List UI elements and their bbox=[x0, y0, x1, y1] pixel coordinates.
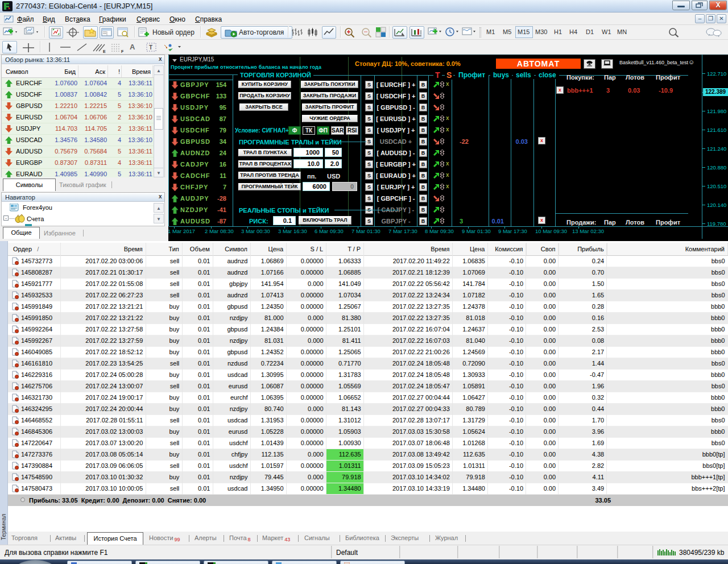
svg-text:E: E bbox=[103, 49, 106, 53]
svg-text:F: F bbox=[121, 49, 124, 53]
svg-text:T: T bbox=[149, 44, 152, 51]
